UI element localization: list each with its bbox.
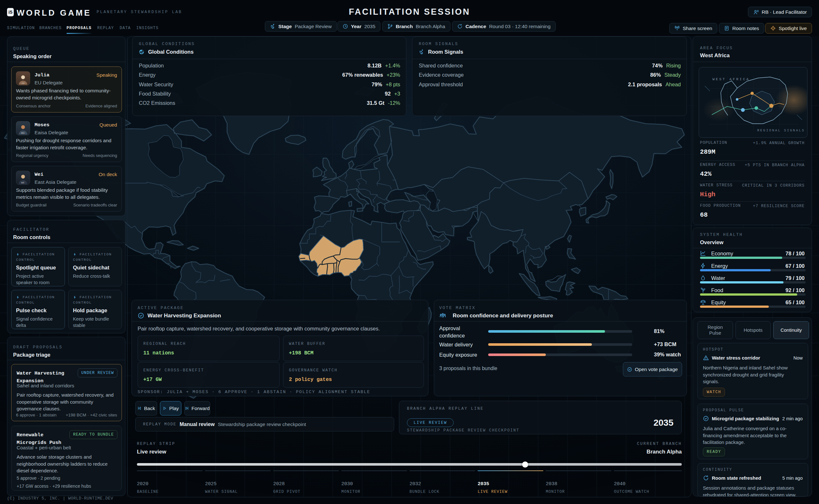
svg-text:REGIONAL SIGNALS: REGIONAL SIGNALS	[757, 128, 805, 132]
svg-text:WEST AFRICA: WEST AFRICA	[713, 77, 750, 81]
